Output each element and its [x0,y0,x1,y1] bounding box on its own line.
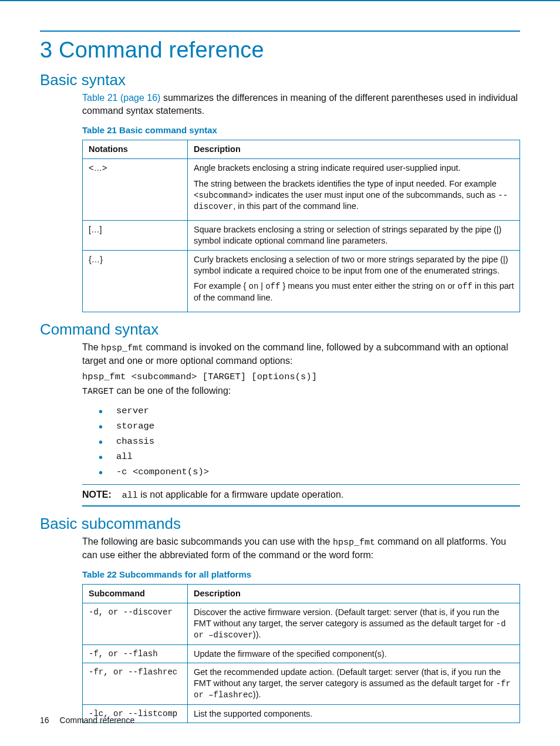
heading-basic-syntax: Basic syntax [40,71,520,89]
th-description: Description [188,140,520,159]
top-rule [40,31,520,32]
table22-caption: Table 22 Subcommands for all platforms [82,569,520,579]
page-number: 16 [40,715,49,725]
code-line: hpsp_fmt <subcommand> [TARGET] [options(… [82,372,520,382]
txt: The [82,342,101,352]
th-subcommand: Subcommand [83,585,188,603]
notation-cell: <…> [83,159,188,221]
subcmds-intro: The following are basic subcommands you … [82,535,520,562]
desc-p1: Angle brackets enclosing a string indica… [194,163,515,174]
table-subcommands: Subcommand Description -d, or --discover… [82,584,520,723]
list-item: storage [99,418,520,434]
txt: can be one of the following: [114,386,231,396]
code: <subcommand> [194,191,253,200]
desc-p2: The string between the brackets identifi… [194,178,515,212]
code: hpsp_fmt [333,538,375,548]
list-item: all [99,449,520,464]
txt: command is invoked on the command line, … [82,342,508,366]
notation-cell: {…} [83,250,188,312]
footer-title: Command reference [60,715,135,725]
description-cell: Angle brackets enclosing a string indica… [188,159,520,221]
desc-p2: For example { on | off } means you must … [194,281,515,303]
txt: or [446,281,458,291]
table-basic-syntax: Notations Description <…> Angle brackets… [82,140,520,312]
subcommand-cell: -fr, or --flashrec [83,663,188,704]
code: off [457,282,472,291]
txt: )). [253,690,261,699]
table-row: <…> Angle brackets enclosing a string in… [83,159,520,221]
page-footer: 16Command reference [40,715,134,725]
heading-basic-subcommands: Basic subcommands [40,515,520,533]
cmd-syntax-p2: TARGET can be one of the following: [82,384,520,398]
description-cell: Curly brackets enclosing a selection of … [188,250,520,312]
txt: } means you must enter either the string [280,281,435,291]
cmd-syntax-p1: The hpsp_fmt command is invoked on the c… [82,341,520,367]
table-header-row: Subcommand Description [83,585,520,603]
th-notations: Notations [83,140,188,159]
th-description: Description [188,585,520,603]
notation-cell: […] [83,221,188,251]
txt: )). [253,630,261,639]
target-list: server storage chassis all -c <component… [99,403,520,480]
page-title: 3 Command reference [40,38,520,63]
description-cell: Get the recommended update action. (Defa… [188,663,520,704]
table21-caption: Table 21 Basic command syntax [82,125,520,135]
subcommand-cell: -f, or --flash [83,644,188,663]
note-box: NOTE:all is not applicable for a firmwar… [82,484,520,507]
txt: indicates the user must input one of the… [253,190,498,200]
description-cell: Discover the active firmware version. (D… [188,603,520,644]
code: TARGET [82,387,114,397]
table-row: {…} Curly brackets enclosing a selection… [83,250,520,312]
subcommand-cell: -d, or --discover [83,603,188,644]
desc-p1: Curly brackets enclosing a selection of … [194,254,515,276]
note-code: all [122,491,138,501]
note-text: is not applicable for a firmware update … [138,490,343,499]
txt: Discover the active firmware version. (D… [194,607,500,628]
code: on [436,282,446,291]
table-row: -fr, or --flashrec Get the recommended u… [83,663,520,704]
list-item: server [99,403,520,418]
description-cell: Update the firmware of the specified com… [188,644,520,663]
list-item: -c <component(s)> [99,464,520,480]
description-cell: List the supported components. [188,704,520,723]
code: on [249,282,259,291]
table21-link[interactable]: Table 21 (page 16) [82,93,160,103]
txt: Get the recommended update action. (Defa… [194,667,501,688]
heading-command-syntax: Command syntax [40,320,520,339]
code: hpsp_fmt [101,343,143,353]
basic-syntax-intro: Table 21 (page 16) summarizes the differ… [82,92,520,117]
txt: | [258,281,265,291]
code: off [265,282,280,291]
table-row: -d, or --discover Discover the active fi… [83,603,520,644]
txt: , in this part of the command line. [233,201,359,211]
description-cell: Square brackets enclosing a string or se… [188,221,520,251]
list-item: chassis [99,434,520,449]
txt: For example { [194,281,249,291]
txt: The following are basic subcommands you … [82,536,333,546]
table-header-row: Notations Description [83,140,520,159]
note-label: NOTE: [82,490,112,499]
table-row: -lc, or --listcomp List the supported co… [83,704,520,723]
txt: The string between the brackets identifi… [194,179,497,188]
table-row: […] Square brackets enclosing a string o… [83,221,520,251]
table-row: -f, or --flash Update the firmware of th… [83,644,520,663]
page-content: 3 Command reference Basic syntax Table 2… [0,0,560,723]
